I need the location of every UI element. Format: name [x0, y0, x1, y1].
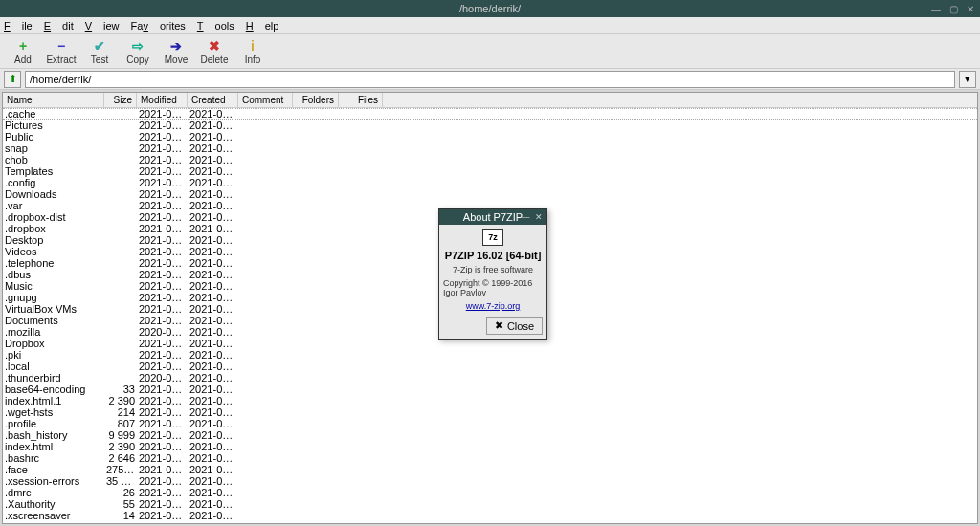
dialog-title: About P7ZIP [463, 211, 523, 223]
menu-favorites[interactable]: Favorites [131, 20, 186, 32]
list-item[interactable]: Public2021-02-11 01...2021-02-11 01... [3, 131, 977, 142]
list-item[interactable]: Templates2021-02-11 01...2021-02-11 01..… [3, 165, 977, 177]
cell-size: 275 610 [104, 464, 137, 475]
cell-modified: 2021-02-11 01... [137, 487, 188, 498]
cell-created: 2021-02-11 17... [188, 211, 238, 223]
extract-button[interactable]: −Extract [42, 35, 80, 68]
cell-modified: 2020-03-28 01... [137, 372, 188, 384]
move-button[interactable]: ➔Move [157, 35, 195, 68]
cell-name: .telephone [3, 257, 104, 269]
list-item[interactable]: .cache2021-02-11 20...2021-02-11 20... [3, 108, 977, 120]
col-size[interactable]: Size [104, 93, 137, 107]
menu-view[interactable]: View [85, 20, 120, 32]
list-item[interactable]: .config2021-02-12 04...2021-02-12 04... [3, 177, 977, 188]
list-item[interactable]: .wget-hsts2142021-02-11 06...2021-02-11 … [3, 406, 977, 418]
list-item[interactable]: .bashrc2 6462021-02-11 21...2021-02-11 2… [3, 452, 977, 464]
dialog-titlebar[interactable]: About P7ZIP — ✕ [439, 209, 546, 225]
list-item[interactable]: .xsession-errors35 0992021-02-12 04...20… [3, 475, 977, 487]
list-item[interactable]: chob2021-02-11 22...2021-02-11 22... [3, 154, 977, 165]
col-modified[interactable]: Modified [137, 93, 188, 107]
list-item[interactable]: .thunderbird2020-03-28 01...2021-02-11 0… [3, 372, 977, 384]
toolbar-label: Extract [46, 55, 76, 65]
list-item[interactable]: .xscreensaver142021-02-10 03...2021-02-1… [3, 510, 977, 521]
cell-size: 807 [104, 418, 137, 429]
address-input[interactable] [25, 71, 955, 88]
dialog-link[interactable]: www.7-zip.org [466, 301, 521, 311]
close-x-icon: ✖ [495, 319, 503, 332]
cell-modified: 2021-02-11 23... [137, 429, 188, 441]
list-item[interactable]: index.html2 3902021-02-11 23...2021-02-1… [3, 441, 977, 452]
cell-created: 2021-02-11 23... [188, 188, 238, 200]
col-folders[interactable]: Folders [293, 93, 339, 107]
info-icon: i [245, 38, 260, 54]
cell-created: 2021-02-11 06... [188, 326, 238, 338]
cell-name: Dropbox [3, 338, 104, 349]
cell-modified: 2021-02-11 17... [137, 223, 188, 234]
col-created[interactable]: Created [188, 93, 238, 107]
close-button[interactable]: ✖ Close [486, 317, 543, 335]
cell-modified: 2021-02-11 17... [137, 464, 188, 475]
menu-tools[interactable]: Tools [197, 20, 234, 32]
menu-edit[interactable]: Edit [44, 20, 74, 32]
window-title: /home/derrik/ [459, 3, 521, 14]
list-item[interactable]: Downloads2021-02-11 23...2021-02-11 23..… [3, 188, 977, 200]
maximize-icon[interactable]: ▢ [947, 3, 959, 14]
cell-created: 2021-02-11 01... [188, 315, 238, 326]
minimize-icon[interactable]: — [930, 3, 942, 14]
up-folder-button[interactable]: ⬆ [4, 71, 21, 88]
add-button[interactable]: +Add [4, 35, 42, 68]
col-comment[interactable]: Comment [238, 93, 293, 107]
menu-help[interactable]: Help [246, 20, 279, 32]
address-dropdown-icon[interactable]: ▾ [959, 71, 976, 88]
toolbar-label: Add [14, 55, 32, 65]
list-item[interactable]: Pictures2021-02-12 04...2021-02-12 04... [3, 120, 977, 131]
delete-button[interactable]: ✖Delete [195, 35, 234, 68]
list-item[interactable]: .Xauthority552021-02-11 17...2021-02-11 … [3, 498, 977, 510]
col-files[interactable]: Files [339, 93, 383, 107]
cell-created: 2021-02-11 06... [188, 406, 238, 418]
list-item[interactable]: snap2021-02-11 19...2021-02-11 19... [3, 142, 977, 154]
cell-name: Pictures [3, 120, 104, 131]
list-item[interactable]: .dmrc262021-02-11 01...2021-02-11 01... [3, 487, 977, 498]
list-item[interactable]: index.html.12 3902021-02-11 23...2021-02… [3, 395, 977, 406]
copy-button[interactable]: ⇨Copy [119, 35, 157, 68]
cell-created: 2021-02-11 06... [188, 372, 238, 384]
toolbar-label: Info [245, 55, 261, 65]
dialog-minimize-icon[interactable]: — [520, 211, 531, 223]
list-item[interactable]: .profile8072021-02-10 03...2021-02-10 03… [3, 418, 977, 429]
cell-created: 2021-02-11 20... [188, 292, 238, 303]
list-item[interactable]: .local2021-02-11 01...2021-02-11 01... [3, 361, 977, 372]
test-button[interactable]: ✔Test [80, 35, 119, 68]
close-icon[interactable]: ✕ [965, 3, 976, 14]
cell-modified: 2021-02-11 17... [137, 211, 188, 223]
list-item[interactable]: .bash_history9 9992021-02-11 23...2021-0… [3, 429, 977, 441]
dialog-close-icon[interactable]: ✕ [533, 211, 545, 223]
cell-created: 2021-02-10 03... [188, 510, 238, 521]
cell-name: .xsession-errors [3, 475, 104, 487]
cell-name: .bashrc [3, 452, 104, 464]
cell-modified: 2021-02-12 04... [137, 177, 188, 188]
info-button[interactable]: iInfo [234, 35, 272, 68]
list-item[interactable]: base64-encoding332021-02-11 20...2021-02… [3, 384, 977, 395]
cell-modified: 2021-02-11 01... [137, 315, 188, 326]
cell-name: Templates [3, 165, 104, 177]
toolbar: +Add−Extract✔Test⇨Copy➔Move✖DeleteiInfo [0, 34, 980, 69]
menu-file[interactable]: File [4, 20, 33, 32]
cell-name: .dropbox-dist [3, 211, 104, 223]
cell-name: .pki [3, 349, 104, 361]
dialog-body: 7z P7ZIP 16.02 [64-bit] 7-Zip is free so… [439, 225, 546, 339]
cell-name: Public [3, 131, 104, 142]
cell-modified: 2021-02-11 23... [137, 395, 188, 406]
dialog-heading: P7ZIP 16.02 [64-bit] [445, 250, 542, 261]
cell-name: .config [3, 177, 104, 188]
cell-name: Videos [3, 246, 104, 257]
list-item[interactable]: .Xdefaults1 6002021-02-10 03...2021-02-1… [3, 521, 977, 524]
list-item[interactable]: .face275 6102021-02-11 17...2021-02-11 1… [3, 464, 977, 475]
cell-name: Downloads [3, 188, 104, 200]
cell-modified: 2021-02-11 01... [137, 361, 188, 372]
cell-created: 2021-02-11 01... [188, 280, 238, 292]
list-item[interactable]: .pki2021-02-11 06...2021-02-11 06... [3, 349, 977, 361]
cell-modified: 2021-02-11 20... [137, 384, 188, 395]
col-name[interactable]: Name [3, 93, 104, 107]
window-controls: — ▢ ✕ [930, 3, 976, 14]
